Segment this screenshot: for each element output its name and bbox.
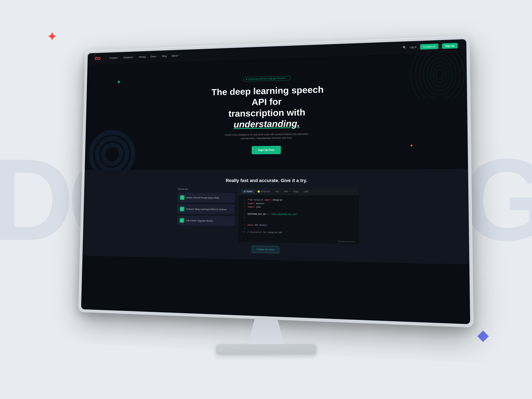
demo-content: Choose one: 🎙 NASA: First All Female Spa… — [177, 188, 359, 244]
sample-text-call: Call Center: Upgrade Service — [186, 219, 213, 222]
demo-title: Really fast and accurate. Give it a try. — [226, 178, 307, 183]
tab-dotnet[interactable]: .Net — [273, 190, 281, 194]
hero-section: ✦ ✦ Introducing Automatic Language Detec… — [85, 51, 468, 170]
monitor-screen-outer: DG Product ▾ Solutions ▾ Pricing Docs — [78, 36, 474, 328]
sample-text-podcast: Podcast: Deep Learning's Effect on Scien… — [186, 208, 227, 211]
choose-label: Choose one: — [177, 188, 235, 190]
monitor-screen: DG Product ▾ Solutions ▾ Pricing Docs — [81, 39, 470, 324]
bg-star-red: ✦ — [47, 30, 58, 43]
monitor-neck — [248, 317, 284, 344]
tab-ruby[interactable]: Ruby — [291, 190, 301, 194]
hero-title-line1: The deep learning speech API for — [211, 84, 324, 108]
svg-point-1 — [433, 66, 446, 83]
logo: DG — [95, 56, 101, 61]
chevron-down-icon: ▾ — [156, 55, 157, 57]
sample-icon-nasa: 🎙 — [180, 195, 184, 200]
svg-point-7 — [411, 51, 468, 99]
js-icon — [258, 190, 260, 192]
tab-javascript[interactable]: JavaScript — [255, 190, 272, 194]
tab-python[interactable]: Python — [241, 190, 255, 194]
nav-about[interactable]: About ▾ — [171, 54, 179, 57]
hero-star-green: ✦ — [117, 79, 121, 85]
sample-item-nasa[interactable]: 🎙 NASA: First All Female Space Walk — [177, 193, 235, 203]
svg-point-8 — [103, 145, 121, 164]
signup-hero-button[interactable]: Sign Up Free — [252, 146, 281, 154]
chevron-down-icon: ▾ — [178, 55, 179, 57]
nav-product[interactable]: Product ▾ — [109, 56, 119, 59]
fingerprint-decoration — [409, 51, 468, 99]
sample-text-nasa: NASA: First All Female Space Walk — [186, 196, 219, 199]
svg-point-6 — [415, 51, 465, 99]
sample-icon-podcast: 🎙 — [180, 207, 184, 211]
hero-title-line2: transcription with — [228, 107, 305, 119]
chevron-down-icon: ▾ — [118, 57, 119, 58]
tab-php[interactable]: PHP — [282, 190, 291, 194]
badge-dot — [246, 79, 247, 80]
code-body: 1 from deepgram import Deepgram 2 import… — [238, 195, 359, 239]
explore-docs-button[interactable]: Explore the Docs — [252, 246, 279, 253]
svg-point-4 — [424, 54, 456, 95]
svg-point-0 — [436, 69, 443, 80]
search-icon[interactable]: 🔍 — [403, 46, 406, 49]
nav-docs[interactable]: Docs ▾ — [151, 55, 157, 58]
tab-curl[interactable]: cURL — [301, 190, 311, 194]
hero-title-emphasis: understanding. — [234, 118, 300, 129]
svg-point-3 — [427, 58, 452, 91]
svg-point-2 — [430, 62, 449, 87]
hero-title: The deep learning speech API for transcr… — [207, 84, 328, 130]
monitor-wrapper: DG Product ▾ Solutions ▾ Pricing Docs — [66, 42, 466, 357]
code-tabs: Python JavaScript .Net PHP — [239, 188, 359, 196]
contact-us-button[interactable]: Contact us — [420, 44, 438, 50]
code-panel: Python JavaScript .Net PHP — [238, 188, 359, 244]
sample-item-podcast[interactable]: 🎙 Podcast: Deep Learning's Effect on Sci… — [177, 204, 235, 214]
circle-rings-decoration — [88, 129, 137, 170]
chevron-down-icon: ▾ — [133, 56, 134, 58]
svg-point-5 — [419, 51, 460, 99]
sample-icon-call: 🎙 — [180, 218, 184, 223]
demo-section: Really fast and accurate. Give it a try.… — [82, 169, 469, 264]
login-button[interactable]: Log In — [410, 45, 417, 49]
demo-samples: Choose one: 🎙 NASA: First All Female Spa… — [177, 188, 235, 242]
sample-item-call[interactable]: 🎙 Call Center: Upgrade Service — [177, 216, 234, 226]
python-icon — [244, 190, 246, 192]
hero-star-red: ✦ — [410, 143, 414, 148]
nav-pricing[interactable]: Pricing — [139, 55, 146, 58]
hero-subtitle: Unlock voice intelligence on real-world … — [224, 132, 309, 140]
bg-star-blue: ◆ — [477, 328, 489, 342]
nav-blog[interactable]: Blog — [162, 55, 167, 57]
monitor-base — [216, 344, 316, 354]
nav-right: 🔍 Log In Contact us Sign up — [403, 43, 458, 50]
nav-solutions[interactable]: Solutions ▾ — [123, 56, 134, 59]
signup-nav-button[interactable]: Sign up — [442, 43, 458, 49]
hero-badge[interactable]: Introducing Automatic Language Detection… — [243, 76, 291, 82]
hero-badge-text: Introducing Automatic Language Detection… — [248, 77, 288, 80]
